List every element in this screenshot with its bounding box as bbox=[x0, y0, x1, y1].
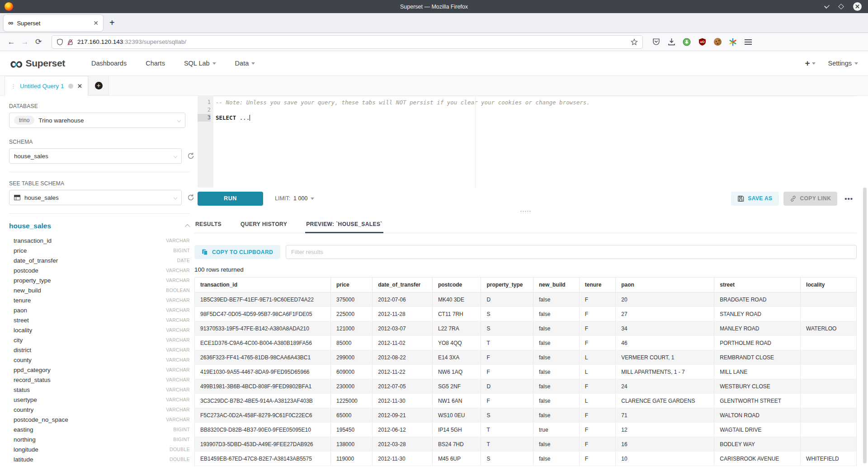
superset-logo-icon[interactable]: ∞ bbox=[10, 56, 22, 71]
tab-close-icon[interactable]: ✕ bbox=[93, 19, 99, 27]
browser-tab[interactable]: ∞ Superset ✕ bbox=[4, 15, 103, 31]
schema-column-row[interactable]: property_typeVARCHAR bbox=[9, 275, 190, 285]
results-tab-preview[interactable]: PREVIEW: `HOUSE_SALES` bbox=[305, 218, 383, 233]
table-row[interactable]: EB1459EB-67ED-47C8-B2E7-A38143AB55751190… bbox=[195, 452, 857, 466]
collapse-chevron-icon[interactable] bbox=[185, 224, 190, 229]
url-bar[interactable]: 217.160.120.143:32393/superset/sqllab/ bbox=[52, 35, 643, 49]
colorful-asterisk-icon[interactable] bbox=[728, 37, 738, 47]
query-tab-close-icon[interactable]: ✕ bbox=[77, 83, 82, 89]
schema-column-row[interactable]: new_buildBOOLEAN bbox=[9, 285, 190, 295]
download-icon[interactable] bbox=[666, 37, 676, 47]
table-row[interactable]: 91370533-19F5-47FE-B142-A380A8ADA2101210… bbox=[195, 321, 857, 336]
column-header-property_type[interactable]: property_type bbox=[481, 278, 533, 292]
table-row[interactable]: 419E1030-9A55-4467-8DA9-9FED95D659666090… bbox=[195, 365, 857, 379]
table-row[interactable]: F5C273AC-0D2A-458F-8279-9C61F0C22EC66500… bbox=[195, 408, 857, 423]
column-header-paon[interactable]: paon bbox=[616, 278, 714, 292]
table-row[interactable]: BB8320C9-D82B-4B37-90E0-9FEE05095E101954… bbox=[195, 423, 857, 437]
nav-item-charts[interactable]: Charts bbox=[146, 60, 165, 67]
results-tab-query-history[interactable]: QUERY HISTORY bbox=[240, 218, 288, 233]
schema-column-row[interactable]: localityVARCHAR bbox=[9, 325, 190, 335]
column-header-locality[interactable]: locality bbox=[801, 278, 857, 292]
column-type: BOOLEAN bbox=[166, 287, 190, 293]
pane-resize-handle[interactable] bbox=[194, 208, 857, 215]
filter-results-input[interactable] bbox=[286, 245, 857, 259]
schema-column-row[interactable]: streetVARCHAR bbox=[9, 315, 190, 325]
table-row[interactable]: 2636F323-FF41-4765-81DB-98CAA6A43BC12990… bbox=[195, 350, 857, 365]
table-schema-title[interactable]: house_sales bbox=[9, 222, 51, 230]
schema-column-row[interactable]: eastingBIGINT bbox=[9, 424, 190, 434]
column-header-price[interactable]: price bbox=[331, 278, 373, 292]
superset-brand[interactable]: Superset bbox=[26, 58, 65, 69]
add-new-button[interactable]: + bbox=[805, 58, 815, 68]
schema-column-row[interactable]: postcodeVARCHAR bbox=[9, 265, 190, 275]
schema-column-row[interactable]: latitudeDOUBLE bbox=[9, 454, 190, 464]
column-header-postcode[interactable]: postcode bbox=[432, 278, 481, 292]
save-as-button[interactable]: SAVE AS bbox=[731, 192, 778, 206]
schema-column-row[interactable]: districtVARCHAR bbox=[9, 345, 190, 355]
window-close-icon[interactable]: ✕ bbox=[853, 2, 862, 11]
table-cell: 85000 bbox=[331, 336, 373, 350]
schema-column-row[interactable]: statusVARCHAR bbox=[9, 385, 190, 395]
run-button[interactable]: RUN bbox=[198, 192, 263, 206]
privacy-extension-icon[interactable] bbox=[682, 37, 692, 47]
refresh-schema-icon[interactable] bbox=[187, 152, 194, 160]
shield-icon[interactable] bbox=[57, 38, 63, 46]
schema-column-row[interactable]: tenureVARCHAR bbox=[9, 295, 190, 305]
schema-column-row[interactable]: countyVARCHAR bbox=[9, 355, 190, 365]
drag-grip-icon[interactable]: ⋮ bbox=[10, 83, 16, 89]
schema-column-row[interactable]: date_of_transferDATE bbox=[9, 255, 190, 265]
menu-hamburger-icon[interactable] bbox=[743, 37, 753, 47]
table-row[interactable]: ECE1D376-C9A6-4C00-B004-A380B189FA568500… bbox=[195, 336, 857, 350]
schema-select[interactable]: house_sales bbox=[9, 148, 182, 164]
new-query-tab-button[interactable]: + bbox=[88, 76, 109, 95]
back-icon[interactable]: ← bbox=[5, 36, 18, 48]
column-header-date_of_transfer[interactable]: date_of_transfer bbox=[373, 278, 433, 292]
nav-item-data[interactable]: Data bbox=[235, 60, 255, 67]
column-header-tenure[interactable]: tenure bbox=[579, 278, 616, 292]
forward-icon[interactable]: → bbox=[18, 36, 32, 48]
schema-column-row[interactable]: priceBIGINT bbox=[9, 245, 190, 255]
copy-link-button[interactable]: COPY LINK bbox=[783, 192, 838, 206]
bookmark-star-icon[interactable] bbox=[631, 38, 638, 46]
schema-column-row[interactable]: usertypeVARCHAR bbox=[9, 395, 190, 405]
url-text[interactable]: 217.160.120.143:32393/superset/sqllab/ bbox=[77, 38, 627, 45]
nav-item-sql-lab[interactable]: SQL Lab bbox=[184, 60, 216, 67]
reload-icon[interactable]: ⟳ bbox=[32, 36, 45, 48]
schema-column-row[interactable]: northingBIGINT bbox=[9, 434, 190, 444]
schema-column-row[interactable]: record_statusVARCHAR bbox=[9, 375, 190, 385]
pocket-icon[interactable] bbox=[651, 37, 661, 47]
table-select[interactable]: house_sales bbox=[9, 190, 182, 205]
limit-dropdown[interactable]: LIMIT: 1 000 bbox=[275, 195, 314, 202]
ublock-icon[interactable]: uO bbox=[697, 37, 707, 47]
sql-editor[interactable]: 123 -- Note: Unless you save your query,… bbox=[198, 96, 857, 188]
nav-item-dashboards[interactable]: Dashboards bbox=[91, 60, 127, 67]
results-tab-results[interactable]: RESULTS bbox=[194, 218, 222, 233]
window-maximize-icon[interactable] bbox=[838, 4, 844, 9]
database-select[interactable]: trino Trino warehouse bbox=[9, 113, 185, 128]
settings-menu[interactable]: Settings bbox=[828, 60, 858, 67]
table-row[interactable]: 193907D3-5DBD-453D-A49E-9FEE27DAB9261380… bbox=[195, 437, 857, 452]
schema-column-row[interactable]: countryVARCHAR bbox=[9, 405, 190, 414]
table-row[interactable]: 1B5C39ED-BE7F-41EF-9E71-9C60EED74A223750… bbox=[195, 292, 857, 307]
lock-crossed-icon[interactable] bbox=[67, 38, 74, 46]
new-tab-button[interactable]: + bbox=[109, 18, 115, 28]
column-header-transaction_id[interactable]: transaction_id bbox=[195, 278, 331, 292]
column-header-new_build[interactable]: new_build bbox=[533, 278, 579, 292]
schema-column-row[interactable]: cityVARCHAR bbox=[9, 335, 190, 345]
more-actions-button[interactable]: ••• bbox=[842, 195, 856, 203]
table-row[interactable]: 499B1981-3B6B-4BCD-808F-9FED9802BFA12300… bbox=[195, 379, 857, 394]
schema-column-row[interactable]: paonVARCHAR bbox=[9, 305, 190, 315]
query-tab-active[interactable]: ⋮ Untitled Query 1 ✕ bbox=[5, 76, 88, 96]
schema-column-row[interactable]: transaction_idVARCHAR bbox=[9, 236, 190, 245]
schema-column-row[interactable]: longitudeDOUBLE bbox=[9, 444, 190, 454]
schema-column-row[interactable]: postcode_no_spaceVARCHAR bbox=[9, 414, 190, 424]
refresh-table-icon[interactable] bbox=[187, 194, 194, 201]
table-row[interactable]: 98F5DC47-0D05-4D59-95B7-98CA6F1FDE052250… bbox=[195, 307, 857, 321]
window-minimize-icon[interactable] bbox=[824, 3, 830, 8]
table-row[interactable]: 3C3C29DC-B7B2-4BE5-914A-A38123AF403B1225… bbox=[195, 394, 857, 408]
vertical-scrollbar[interactable] bbox=[863, 188, 867, 463]
copy-to-clipboard-button[interactable]: COPY TO CLIPBOARD bbox=[194, 245, 280, 259]
schema-column-row[interactable]: ppd_categoryVARCHAR bbox=[9, 365, 190, 375]
column-header-street[interactable]: street bbox=[714, 278, 801, 292]
cookie-icon[interactable] bbox=[712, 37, 722, 47]
